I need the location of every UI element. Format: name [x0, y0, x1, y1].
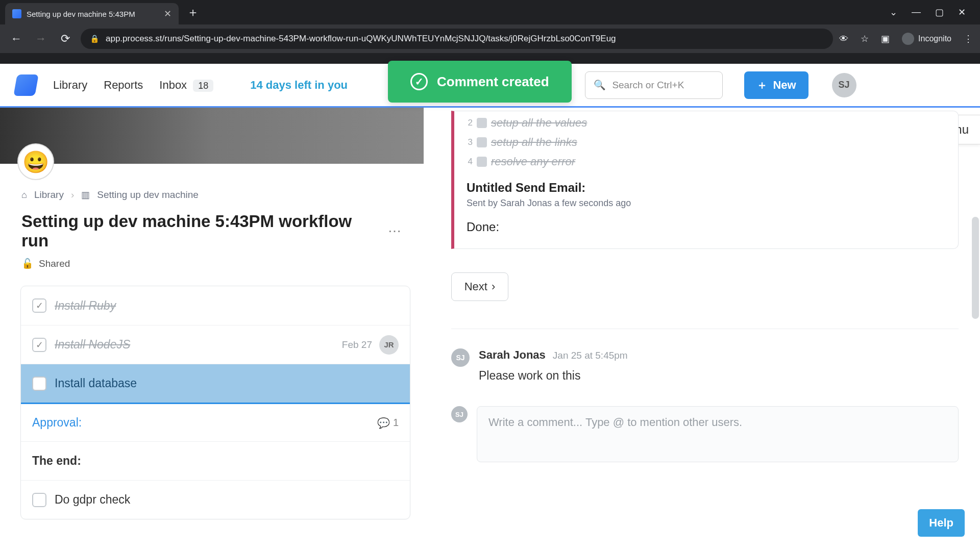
nav-library[interactable]: Library	[53, 79, 87, 92]
subtask-row[interactable]: 2 setup all the values	[467, 113, 946, 133]
new-button-label: New	[773, 79, 796, 92]
address-bar[interactable]: 🔒 app.process.st/runs/Setting-up-dev-mac…	[81, 29, 833, 49]
help-button[interactable]: Help	[918, 509, 965, 537]
nav-reports[interactable]: Reports	[104, 79, 143, 92]
subtask-label: setup all the links	[491, 136, 577, 149]
forward-button[interactable]: →	[32, 32, 50, 45]
subtask-label: resolve any error	[491, 155, 575, 168]
left-pane: 😀 ⌂ Library › ▥ Setting up dev machine S…	[0, 108, 424, 551]
close-window-icon[interactable]: ✕	[958, 7, 966, 18]
done-section-label: Done:	[467, 220, 946, 234]
home-icon[interactable]: ⌂	[21, 190, 27, 201]
more-options-button[interactable]: ⋯	[388, 223, 402, 239]
incognito-indicator[interactable]: Incognito	[902, 33, 951, 45]
task-due-date[interactable]: Feb 27	[342, 339, 372, 350]
task-row[interactable]: 2 ✋ Install NodeJS Feb 27 JR	[21, 325, 410, 364]
task-list: 1 Install Ruby 2 ✋ Install NodeJS Feb 27…	[0, 286, 424, 519]
subtask-row[interactable]: 3 setup all the links	[467, 133, 946, 152]
task-label: Install Ruby	[55, 299, 116, 313]
nav-inbox[interactable]: Inbox 18	[159, 79, 213, 92]
right-pane: 2 setup all the values 3 setup all the l…	[424, 108, 980, 551]
check-circle-icon: ✓	[410, 73, 428, 90]
page-title: Setting up dev machine 5:43PM workflow r…	[21, 212, 378, 251]
comment-avatar[interactable]: SJ	[451, 348, 470, 367]
search-icon: 🔍	[594, 79, 606, 91]
email-sent-meta: Sent by Sarah Jonas a few seconds ago	[467, 198, 946, 209]
breadcrumb-current[interactable]: Setting up dev machine	[97, 189, 199, 201]
comment-author[interactable]: Sarah Jonas	[479, 348, 546, 362]
next-label: Next	[464, 280, 487, 293]
trial-days-banner[interactable]: 14 days left in you	[250, 79, 348, 92]
comment-composer: SJ Write a comment... Type @ to mention …	[451, 406, 959, 462]
tab-close-icon[interactable]: ✕	[164, 8, 172, 19]
url-text: app.process.st/runs/Setting-up-dev-machi…	[106, 34, 824, 44]
cover-image: 😀	[0, 108, 424, 164]
toast-message: Comment created	[437, 74, 549, 90]
subtask-checkbox[interactable]	[477, 118, 487, 128]
run-emoji-icon[interactable]: 😀	[17, 143, 54, 180]
task-row[interactable]: 6 Do gdpr check	[21, 480, 410, 519]
shared-label[interactable]: Shared	[39, 258, 70, 269]
browser-chrome: Setting up dev machine 5:43PM ✕ ＋ ⌄ ― ▢ …	[0, 0, 980, 64]
tab-title: Setting up dev machine 5:43PM	[27, 10, 159, 18]
comment-count-value: 1	[393, 417, 399, 429]
tracking-blocked-icon[interactable]: 👁	[839, 34, 848, 44]
global-search[interactable]: 🔍 Search or Ctrl+K	[585, 71, 723, 99]
nav-inbox-label: Inbox	[159, 79, 187, 91]
minimize-icon[interactable]: ―	[912, 7, 921, 18]
task-row-approval[interactable]: 👍 Approval: 💬 1	[21, 403, 410, 441]
search-placeholder: Search or Ctrl+K	[612, 80, 684, 91]
lock-open-icon: 🔓	[21, 258, 34, 269]
subtask-number: 2	[467, 118, 473, 128]
assignee-avatar[interactable]: JR	[379, 335, 399, 355]
comment-body: Please work on this	[479, 369, 628, 383]
current-user-avatar[interactable]: SJ	[832, 73, 856, 97]
new-tab-button[interactable]: ＋	[179, 4, 207, 20]
task-row-selected[interactable]: 3 Install database	[21, 364, 410, 403]
subtask-number: 4	[467, 157, 473, 167]
breadcrumb-root[interactable]: Library	[34, 189, 64, 201]
reload-button[interactable]: ⟳	[56, 32, 75, 45]
subtask-checkbox[interactable]	[477, 157, 487, 167]
lock-icon: 🔒	[90, 34, 100, 43]
plus-icon: ＋	[756, 78, 768, 93]
subtask-label: setup all the values	[491, 116, 587, 130]
extensions-icon[interactable]: ▣	[881, 33, 890, 44]
comment-count[interactable]: 💬 1	[377, 417, 399, 429]
favicon-icon	[12, 9, 21, 18]
incognito-icon	[902, 33, 914, 45]
tab-bar: Setting up dev machine 5:43PM ✕ ＋ ⌄ ― ▢ …	[0, 0, 980, 24]
browser-tab[interactable]: Setting up dev machine 5:43PM ✕	[5, 3, 179, 24]
new-button[interactable]: ＋ New	[744, 71, 808, 99]
bookmark-star-icon[interactable]: ☆	[861, 33, 869, 44]
maximize-icon[interactable]: ▢	[935, 7, 944, 18]
task-checkbox[interactable]	[32, 298, 46, 313]
comment-timestamp: Jan 25 at 5:45pm	[553, 350, 628, 361]
tab-dropdown-icon[interactable]: ⌄	[890, 7, 897, 18]
task-checkbox[interactable]	[32, 377, 46, 391]
comment-icon: 💬	[377, 417, 390, 429]
chevron-right-icon: ›	[492, 280, 495, 293]
subtask-row[interactable]: 4 resolve any error	[467, 152, 946, 171]
inbox-count-badge: 18	[193, 80, 213, 92]
task-checkbox[interactable]	[32, 338, 46, 352]
email-widget-title: Untitled Send Email:	[467, 181, 946, 195]
template-icon[interactable]: ▥	[81, 189, 90, 201]
task-detail-card: 2 setup all the values 3 setup all the l…	[451, 111, 959, 249]
comment: SJ Sarah Jonas Jan 25 at 5:45pm Please w…	[451, 348, 959, 383]
back-button[interactable]: ←	[7, 32, 26, 45]
comment-input[interactable]: Write a comment... Type @ to mention oth…	[477, 406, 959, 462]
task-row[interactable]: 1 Install Ruby	[21, 286, 410, 325]
task-row-heading[interactable]: 5 The end:	[21, 441, 410, 480]
task-label: Install database	[55, 377, 137, 390]
browser-menu-icon[interactable]: ⋮	[964, 33, 973, 44]
nav-bar: ← → ⟳ 🔒 app.process.st/runs/Setting-up-d…	[0, 24, 980, 53]
main-split: 😀 ⌂ Library › ▥ Setting up dev machine S…	[0, 108, 980, 551]
task-label: Install NodeJS	[55, 338, 130, 352]
app-root: ✓ Comment created Library Reports Inbox …	[0, 64, 980, 551]
subtask-checkbox[interactable]	[477, 137, 487, 147]
app-logo-icon[interactable]	[13, 74, 38, 96]
next-task-button[interactable]: Next ›	[451, 272, 508, 301]
task-checkbox[interactable]	[32, 493, 46, 507]
task-label: Do gdpr check	[55, 493, 130, 507]
